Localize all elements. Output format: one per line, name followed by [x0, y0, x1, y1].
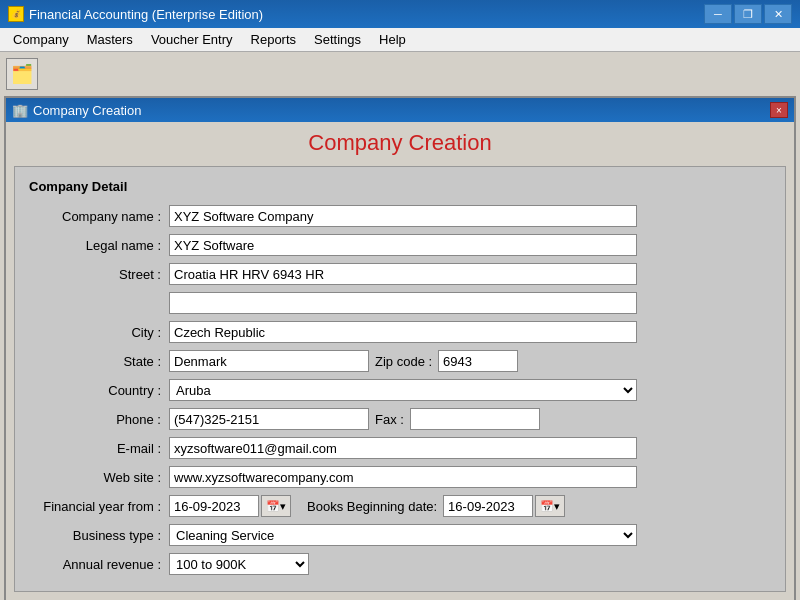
menu-voucher-entry[interactable]: Voucher Entry: [142, 29, 242, 50]
biz-type-label: Business type :: [29, 528, 169, 543]
menu-company[interactable]: Company: [4, 29, 78, 50]
menu-reports[interactable]: Reports: [242, 29, 306, 50]
city-input[interactable]: [169, 321, 637, 343]
form-title: Company Creation: [14, 130, 786, 156]
legal-name-row: Legal name :: [29, 233, 771, 257]
toolbar-icon[interactable]: 🗂️: [6, 58, 38, 90]
books-begin-label: Books Beginning date:: [291, 499, 443, 514]
state-input[interactable]: [169, 350, 369, 372]
app-title: Financial Accounting (Enterprise Edition…: [29, 7, 263, 22]
close-button[interactable]: ✕: [764, 4, 792, 24]
main-window: 🗂️ 🏢 Company Creation × Company Creation…: [0, 52, 800, 600]
country-select[interactable]: Aruba Afghanistan Albania Croatia Czech …: [169, 379, 637, 401]
street-label: Street :: [29, 267, 169, 282]
fin-year-row: Financial year from : 📅▾ Books Beginning…: [29, 494, 771, 518]
fax-input[interactable]: [410, 408, 540, 430]
title-bar-content: 💰 Financial Accounting (Enterprise Editi…: [8, 6, 704, 22]
website-label: Web site :: [29, 470, 169, 485]
dialog-icon: 🏢: [12, 103, 28, 118]
annual-rev-select[interactable]: 100 to 900K Below 100K Above 900K: [169, 553, 309, 575]
menu-masters[interactable]: Masters: [78, 29, 142, 50]
toolbar: 🗂️: [4, 56, 796, 92]
city-label: City :: [29, 325, 169, 340]
country-row: Country : Aruba Afghanistan Albania Croa…: [29, 378, 771, 402]
email-row: E-mail :: [29, 436, 771, 460]
dialog-title-bar: 🏢 Company Creation ×: [6, 98, 794, 122]
fin-year-label: Financial year from :: [29, 499, 169, 514]
phone-label: Phone :: [29, 412, 169, 427]
fin-year-input[interactable]: [169, 495, 259, 517]
window-controls: ─ ❐ ✕: [704, 4, 792, 24]
street2-row: [29, 291, 771, 315]
restore-button[interactable]: ❐: [734, 4, 762, 24]
form-body: Company Detail Company name : Legal name…: [14, 166, 786, 592]
country-label: Country :: [29, 383, 169, 398]
company-name-label: Company name :: [29, 209, 169, 224]
menu-bar: Company Masters Voucher Entry Reports Se…: [0, 28, 800, 52]
email-label: E-mail :: [29, 441, 169, 456]
section-header: Company Detail: [29, 177, 771, 196]
legal-name-label: Legal name :: [29, 238, 169, 253]
website-input[interactable]: [169, 466, 637, 488]
street-row: Street :: [29, 262, 771, 286]
street-input[interactable]: [169, 263, 637, 285]
state-label: State :: [29, 354, 169, 369]
phone-input[interactable]: [169, 408, 369, 430]
zip-input[interactable]: [438, 350, 518, 372]
company-name-input[interactable]: [169, 205, 637, 227]
state-zip-row: State : Zip code :: [29, 349, 771, 373]
annual-rev-row: Annual revenue : 100 to 900K Below 100K …: [29, 552, 771, 576]
dialog-title-text: 🏢 Company Creation: [12, 103, 770, 118]
books-begin-calendar-button[interactable]: 📅▾: [535, 495, 565, 517]
city-row: City :: [29, 320, 771, 344]
company-creation-dialog: 🏢 Company Creation × Company Creation Co…: [4, 96, 796, 600]
legal-name-input[interactable]: [169, 234, 637, 256]
books-begin-input[interactable]: [443, 495, 533, 517]
menu-settings[interactable]: Settings: [305, 29, 370, 50]
zip-label: Zip code :: [369, 354, 438, 369]
email-input[interactable]: [169, 437, 637, 459]
phone-fax-row: Phone : Fax :: [29, 407, 771, 431]
street2-input[interactable]: [169, 292, 637, 314]
website-row: Web site :: [29, 465, 771, 489]
books-begin-date-wrap: 📅▾: [443, 495, 565, 517]
menu-help[interactable]: Help: [370, 29, 415, 50]
biz-type-row: Business type : Cleaning Service Retail …: [29, 523, 771, 547]
app-icon: 💰: [8, 6, 24, 22]
fin-year-date-wrap: 📅▾: [169, 495, 291, 517]
dialog-close-button[interactable]: ×: [770, 102, 788, 118]
title-bar: 💰 Financial Accounting (Enterprise Editi…: [0, 0, 800, 28]
annual-rev-label: Annual revenue :: [29, 557, 169, 572]
company-name-row: Company name :: [29, 204, 771, 228]
fax-label: Fax :: [369, 412, 410, 427]
dialog-content: Company Creation Company Detail Company …: [6, 122, 794, 600]
dialog-title-label: Company Creation: [33, 103, 141, 118]
fin-year-calendar-button[interactable]: 📅▾: [261, 495, 291, 517]
minimize-button[interactable]: ─: [704, 4, 732, 24]
biz-type-select[interactable]: Cleaning Service Retail Manufacturing Te…: [169, 524, 637, 546]
